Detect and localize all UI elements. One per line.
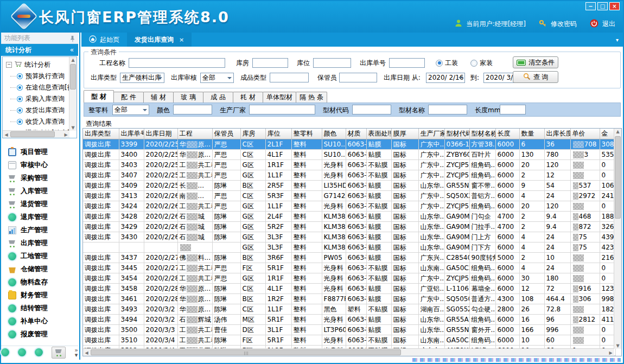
tree-vertical-scrollbar[interactable]: ▲ ▼ — [69, 57, 77, 131]
table-row[interactable]: 调拨出库34932020/3/2华原...陈琳C区1L1F整料黑色塑料不贴膜国标… — [83, 304, 615, 315]
material-tab[interactable]: 耗 材 — [233, 92, 263, 103]
tree-root[interactable]: − 统计分析 — [3, 57, 77, 71]
cart-button[interactable] — [52, 347, 66, 359]
tab-shipment-outbound-query[interactable]: 发货出库查询 × — [127, 33, 192, 47]
column-header[interactable]: 长度 — [495, 129, 519, 139]
tree-item[interactable]: 采购入库查询 — [3, 93, 77, 105]
scroll-down-icon[interactable]: ▼ — [69, 125, 77, 130]
table-row[interactable]: 调拨出库35002020/3/3工共工程曹佳D区3L1F整料LT3P606063… — [83, 325, 615, 335]
table-row[interactable]: 调拨出库34942020/3/2石辉城汤伟M区5R1F整料光身料6063-T5贴… — [83, 315, 615, 325]
scroll-down-icon[interactable]: ▼ — [614, 343, 621, 348]
table-row[interactable]: 调拨出库33992020/2/25华原...严思C区2L1F整料SU10...6… — [83, 139, 615, 150]
column-header[interactable]: 型材名称 — [469, 129, 495, 139]
sidebar-menu-item[interactable]: 出库管理 — [1, 237, 78, 250]
manufacturer-input[interactable] — [249, 105, 315, 114]
column-header[interactable]: 生产厂家 — [418, 129, 444, 139]
grid-horizontal-scrollbar[interactable]: ◀ ▶ — [83, 348, 614, 356]
clear-conditions-button[interactable]: 清空条件 — [513, 56, 558, 68]
close-button[interactable]: × — [609, 2, 620, 10]
search-button[interactable]: 查 询 — [513, 71, 558, 83]
table-row[interactable]: 调拨出库34242020/2/26工共工程严思G区1L1F整料光身料6063-T… — [83, 201, 615, 212]
column-header[interactable]: 出库类型 — [83, 129, 119, 139]
table-row[interactable]: 调拨出库34032020/2/25工共工程严思G区1R1F整料光身料6063-T… — [83, 160, 615, 170]
date-from-select[interactable]: 2020/ 2/16 — [426, 73, 465, 83]
expander-icon[interactable]: − — [6, 62, 12, 68]
grid-vertical-scrollbar[interactable]: ▲ ▼ — [614, 129, 621, 349]
table-row[interactable]: 调拨出库34542020/2/28工共工程严思G区1R1F整料光身料6063-T… — [83, 273, 615, 284]
column-header[interactable]: 单价 — [570, 129, 600, 139]
more-menus-button[interactable]: »▾ — [74, 348, 78, 357]
scroll-right-icon[interactable]: ▶ — [62, 132, 69, 137]
sidebar-menu-item[interactable]: 补单中心 — [1, 315, 78, 328]
dot-icon[interactable] — [18, 348, 26, 356]
table-row[interactable]: 调拨出库34372020/2/27佛料...陈琳B区3R6F整料PW056063… — [83, 253, 615, 263]
column-header[interactable]: 出库日期 — [144, 129, 177, 139]
tab-overflow-icon[interactable]: ▾ — [616, 37, 619, 43]
column-header[interactable]: 金 — [600, 129, 615, 139]
change-password-link[interactable]: 修改密码 — [551, 20, 577, 29]
column-header[interactable]: 库房 — [240, 129, 265, 139]
scroll-left-icon[interactable]: ◀ — [3, 132, 10, 137]
column-header[interactable]: 整零料 — [291, 129, 322, 139]
dot-icon[interactable] — [1, 348, 9, 356]
keeper-input[interactable] — [339, 73, 377, 82]
column-header[interactable]: 膜厚 — [391, 129, 418, 139]
outbound-type-select[interactable]: 生产领料出库 — [120, 73, 164, 83]
stats-panel-header[interactable]: 统计分析 « — [1, 44, 78, 56]
material-tab[interactable]: 配 件 — [113, 92, 144, 103]
tree-item[interactable]: 发货出库查询 — [3, 105, 77, 116]
whole-part-select[interactable]: 全部 — [112, 105, 149, 115]
tree-item[interactable]: 预算执行查询 — [3, 71, 77, 82]
location-input[interactable] — [313, 58, 351, 68]
column-header[interactable]: 材质 — [346, 129, 366, 139]
sidebar-menu-item[interactable]: 工地管理 — [1, 250, 78, 263]
table-row[interactable]: 调拨出库34132020/2/26南...严思C区5R3F整料G71422606… — [83, 191, 615, 201]
warehouse-input[interactable] — [252, 58, 288, 68]
sidebar-menu-item[interactable]: 退货管理 — [1, 197, 78, 210]
sidebar-menu-item[interactable]: 采购管理 — [1, 171, 78, 184]
minimize-button[interactable]: − — [585, 2, 596, 10]
scroll-up-icon[interactable]: ▲ — [614, 129, 621, 134]
material-tab[interactable]: 玻 璃 — [173, 92, 203, 103]
table-row[interactable]: 调拨出库34282020/2/26石城陈琳G区2L4F整料KLM38176063… — [83, 212, 615, 222]
material-tab[interactable]: 型 材 — [84, 90, 114, 103]
sidebar-menu-item[interactable]: 入库管理 — [1, 184, 78, 197]
close-tab-icon[interactable]: × — [179, 36, 184, 43]
radio-home[interactable]: 家装 — [470, 58, 493, 68]
table-row[interactable]: 调拨出库34612020/2/28华原...陈琳B区1R2F整料F8877FT6… — [83, 294, 615, 304]
project-name-input[interactable] — [129, 58, 225, 68]
table-row[interactable]: 调拨出库35102020/3/4工共工程陈琳F区5R1F整料光身料6063-T5… — [83, 335, 615, 346]
radio-industrial[interactable]: 工装 — [436, 58, 458, 68]
color-input[interactable] — [173, 105, 212, 114]
column-header[interactable]: 出库单号 — [119, 129, 144, 139]
column-header[interactable]: 出库长度 — [544, 129, 570, 139]
scroll-right-icon[interactable]: ▶ — [607, 350, 614, 355]
dot-icon[interactable] — [35, 348, 43, 356]
order-no-input[interactable] — [389, 58, 425, 68]
table-row[interactable]: G区3L3F整料KLM38176063-T5贴膜国标山东华...GA90M09.… — [83, 242, 615, 253]
table-row[interactable]: 调拨出库34002020/2/25华原...严思C区4L1F整料SU10...6… — [83, 150, 615, 160]
material-tab[interactable]: 单体型材 — [263, 92, 296, 103]
column-header[interactable]: 型材代码 — [444, 129, 469, 139]
table-row[interactable]: 调拨出库34092020/2/25长...陈琳B区2R5F整料LI35HD606… — [83, 181, 615, 191]
sidebar-menu-item[interactable]: 报废管理 — [1, 328, 78, 341]
sidebar-menu-item[interactable]: 物料盘存 — [1, 276, 78, 289]
material-tab[interactable]: 隔 热 条 — [296, 92, 327, 103]
profile-name-input[interactable] — [428, 105, 467, 114]
collapse-icon[interactable]: « — [70, 44, 74, 56]
sidebar-menu-item[interactable]: 财务管理 — [1, 289, 78, 302]
column-header[interactable]: 数量 — [519, 129, 544, 139]
sidebar-menu-item[interactable]: 退库管理 — [1, 210, 78, 223]
length-input[interactable] — [500, 105, 526, 114]
tree-item[interactable]: 收货入库查询 — [3, 116, 77, 127]
table-row[interactable]: 调拨出库34072020/2/25工共工程严思G区1L1F整料光身料6063-T… — [83, 170, 615, 181]
column-header[interactable]: 保管员 — [212, 129, 240, 139]
logout-link[interactable]: 退出 — [602, 20, 615, 29]
sidebar-menu-item[interactable]: 结转管理 — [1, 302, 78, 315]
column-header[interactable]: 表面处理 — [366, 129, 391, 139]
material-tab[interactable]: 成 品 — [203, 92, 233, 103]
column-header[interactable]: 库位 — [265, 129, 291, 139]
column-header[interactable]: 工程 — [177, 129, 212, 139]
table-row[interactable]: 调拨出库34582020/2/28华原...陈琳C区4L1F整料光身料6063-… — [83, 284, 615, 294]
table-row[interactable]: 调拨出库34302020/2/26石城陈琳G区3L3F整料KLM38176063… — [83, 232, 615, 242]
